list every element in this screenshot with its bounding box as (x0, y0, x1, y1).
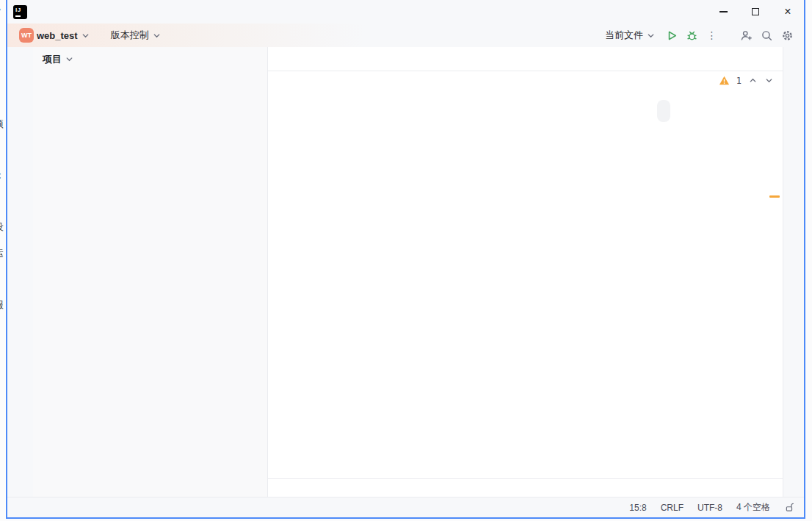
background-text-fragment: 运 (0, 247, 4, 260)
project-panel-title: 项目 (43, 53, 62, 66)
search-icon (761, 29, 773, 42)
project-widget[interactable]: WT web_test (15, 26, 95, 45)
titlebar: IJ × (7, 0, 804, 24)
window-controls: × (707, 0, 804, 24)
background-text-fragment: A (0, 1, 1, 12)
project-avatar: WT (19, 28, 34, 43)
warning-icon (719, 75, 730, 86)
inspection-widget[interactable]: 1 (719, 75, 774, 86)
run-button[interactable] (661, 26, 681, 45)
close-button[interactable]: × (772, 0, 804, 24)
editor-tab-bar (268, 47, 783, 71)
editor-breadcrumbs (268, 478, 783, 497)
intellij-window: IJ × WT web_test 版本控制 当前文件 ⋮ (6, 0, 805, 519)
background-text-fragment: C (0, 170, 1, 182)
warning-count: 1 (736, 76, 742, 86)
chevron-down-icon (152, 31, 162, 40)
debug-icon (686, 29, 698, 42)
background-window-sliver: A项C设运服 (0, 0, 6, 521)
background-text-fragment: 设 (0, 220, 4, 234)
project-tree (33, 71, 267, 497)
vcs-label: 版本控制 (111, 29, 149, 42)
add-user-icon (740, 29, 753, 42)
caret-position[interactable]: 15:8 (629, 503, 646, 513)
close-icon: × (784, 6, 791, 18)
chevron-up-icon[interactable] (748, 76, 758, 85)
debug-button[interactable] (682, 26, 701, 45)
run-config-label: 当前文件 (605, 29, 643, 42)
minimize-button[interactable] (707, 0, 739, 24)
project-name: web_test (37, 30, 78, 41)
run-icon (665, 29, 678, 42)
settings-button[interactable] (777, 26, 797, 45)
editor-area: 1 (268, 47, 783, 497)
chevron-down-icon (65, 54, 74, 64)
project-panel-header[interactable]: 项目 (33, 47, 267, 71)
open-in-browser-bar (657, 100, 670, 122)
unlock-icon[interactable] (784, 502, 795, 513)
main-area: 项目 1 (7, 47, 804, 497)
kebab-icon: ⋮ (707, 29, 718, 41)
encoding[interactable]: UTF-8 (697, 503, 722, 513)
code-editor[interactable]: 1 (268, 71, 783, 478)
search-everywhere-button[interactable] (757, 26, 776, 45)
right-tool-stripe (783, 47, 804, 497)
line-ending[interactable]: CRLF (661, 503, 684, 513)
more-actions-button[interactable]: ⋮ (703, 26, 722, 45)
main-toolbar: WT web_test 版本控制 当前文件 ⋮ (7, 24, 804, 47)
gear-icon (781, 29, 794, 42)
maximize-button[interactable] (739, 0, 772, 24)
chevron-down-icon (81, 31, 90, 40)
code-with-me-button[interactable] (736, 26, 755, 45)
project-panel: 项目 (33, 47, 268, 497)
status-bar: 15:8 CRLF UTF-8 4 个空格 (7, 497, 804, 517)
background-text-fragment: 项 (0, 118, 4, 131)
intellij-logo-icon: IJ (13, 5, 27, 19)
indent-setting[interactable]: 4 个空格 (736, 501, 770, 514)
scrollbar-warning-mark[interactable] (769, 195, 780, 198)
left-tool-stripe (7, 47, 33, 497)
maximize-icon (752, 8, 759, 15)
background-text-fragment: 服 (0, 298, 4, 312)
vcs-widget[interactable]: 版本控制 (106, 26, 166, 45)
run-config-selector[interactable]: 当前文件 (601, 26, 660, 45)
chevron-down-icon[interactable] (764, 76, 774, 85)
minimize-icon (719, 11, 728, 12)
chevron-down-icon (646, 31, 656, 40)
